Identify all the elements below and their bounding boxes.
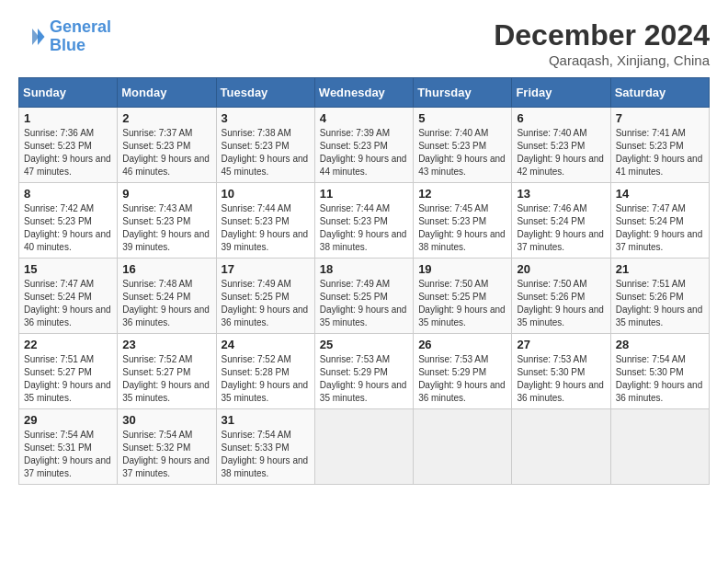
day-number: 15 xyxy=(24,262,112,276)
calendar-cell: 24 Sunrise: 7:52 AMSunset: 5:28 PMDaylig… xyxy=(216,334,314,409)
day-number: 2 xyxy=(122,111,210,125)
calendar-cell: 19 Sunrise: 7:50 AMSunset: 5:25 PMDaylig… xyxy=(414,259,512,334)
day-info: Sunrise: 7:39 AMSunset: 5:23 PMDaylight:… xyxy=(320,128,407,177)
day-info: Sunrise: 7:49 AMSunset: 5:25 PMDaylight:… xyxy=(222,279,309,327)
day-number: 14 xyxy=(616,187,704,201)
day-info: Sunrise: 7:51 AMSunset: 5:26 PMDaylight:… xyxy=(616,279,703,327)
logo-line2: Blue xyxy=(50,36,85,54)
day-info: Sunrise: 7:45 AMSunset: 5:23 PMDaylight:… xyxy=(418,203,506,252)
day-number: 26 xyxy=(418,338,506,351)
calendar-cell xyxy=(414,409,512,485)
calendar-cell: 8 Sunrise: 7:42 AMSunset: 5:23 PMDayligh… xyxy=(19,183,118,259)
day-number: 4 xyxy=(320,111,408,125)
day-info: Sunrise: 7:50 AMSunset: 5:25 PMDaylight:… xyxy=(418,279,506,327)
day-number: 1 xyxy=(24,111,112,125)
day-number: 23 xyxy=(122,338,210,351)
day-info: Sunrise: 7:44 AMSunset: 5:23 PMDaylight:… xyxy=(222,203,309,252)
day-info: Sunrise: 7:50 AMSunset: 5:26 PMDaylight:… xyxy=(517,279,604,327)
logo-line1: General xyxy=(50,17,111,36)
day-number: 5 xyxy=(418,111,506,125)
calendar-week-row: 22 Sunrise: 7:51 AMSunset: 5:27 PMDaylig… xyxy=(19,334,710,409)
day-info: Sunrise: 7:40 AMSunset: 5:23 PMDaylight:… xyxy=(418,128,506,177)
day-number: 7 xyxy=(616,111,704,125)
day-info: Sunrise: 7:36 AMSunset: 5:23 PMDaylight:… xyxy=(24,128,111,177)
day-header-thursday: Thursday xyxy=(414,78,512,108)
title-block: December 2024 Qaraqash, Xinjiang, China xyxy=(494,18,710,68)
day-info: Sunrise: 7:54 AMSunset: 5:32 PMDaylight:… xyxy=(122,430,210,478)
calendar-cell: 21 Sunrise: 7:51 AMSunset: 5:26 PMDaylig… xyxy=(610,259,709,334)
day-header-tuesday: Tuesday xyxy=(216,78,314,108)
day-number: 21 xyxy=(616,262,704,276)
day-number: 12 xyxy=(418,187,506,201)
calendar-week-row: 29 Sunrise: 7:54 AMSunset: 5:31 PMDaylig… xyxy=(19,409,710,485)
day-number: 29 xyxy=(24,413,112,427)
day-number: 31 xyxy=(222,413,310,427)
day-info: Sunrise: 7:54 AMSunset: 5:31 PMDaylight:… xyxy=(24,430,111,478)
day-number: 16 xyxy=(122,262,210,276)
calendar-cell: 14 Sunrise: 7:47 AMSunset: 5:24 PMDaylig… xyxy=(610,183,709,259)
calendar-cell: 12 Sunrise: 7:45 AMSunset: 5:23 PMDaylig… xyxy=(414,183,512,259)
day-info: Sunrise: 7:43 AMSunset: 5:23 PMDaylight:… xyxy=(122,203,210,252)
day-number: 3 xyxy=(222,111,310,125)
day-number: 28 xyxy=(616,338,704,351)
calendar-cell xyxy=(512,409,610,485)
calendar-cell: 25 Sunrise: 7:53 AMSunset: 5:29 PMDaylig… xyxy=(314,334,413,409)
calendar-cell: 30 Sunrise: 7:54 AMSunset: 5:32 PMDaylig… xyxy=(118,409,216,485)
calendar-cell: 13 Sunrise: 7:46 AMSunset: 5:24 PMDaylig… xyxy=(512,183,610,259)
day-info: Sunrise: 7:53 AMSunset: 5:29 PMDaylight:… xyxy=(320,354,407,403)
day-info: Sunrise: 7:51 AMSunset: 5:27 PMDaylight:… xyxy=(24,354,111,403)
day-info: Sunrise: 7:38 AMSunset: 5:23 PMDaylight:… xyxy=(222,128,309,177)
calendar-cell: 28 Sunrise: 7:54 AMSunset: 5:30 PMDaylig… xyxy=(610,334,709,409)
calendar-cell xyxy=(314,409,413,485)
calendar-cell: 9 Sunrise: 7:43 AMSunset: 5:23 PMDayligh… xyxy=(118,183,216,259)
day-info: Sunrise: 7:54 AMSunset: 5:30 PMDaylight:… xyxy=(616,354,703,403)
calendar-cell: 16 Sunrise: 7:48 AMSunset: 5:24 PMDaylig… xyxy=(118,259,216,334)
day-header-sunday: Sunday xyxy=(19,78,118,108)
day-info: Sunrise: 7:53 AMSunset: 5:29 PMDaylight:… xyxy=(418,354,506,403)
calendar-cell xyxy=(610,409,709,485)
calendar-cell: 29 Sunrise: 7:54 AMSunset: 5:31 PMDaylig… xyxy=(19,409,118,485)
day-number: 13 xyxy=(517,187,605,201)
day-info: Sunrise: 7:49 AMSunset: 5:25 PMDaylight:… xyxy=(320,279,407,327)
day-info: Sunrise: 7:52 AMSunset: 5:27 PMDaylight:… xyxy=(122,354,210,403)
calendar-table: SundayMondayTuesdayWednesdayThursdayFrid… xyxy=(18,77,710,485)
day-header-friday: Friday xyxy=(512,78,610,108)
day-info: Sunrise: 7:37 AMSunset: 5:23 PMDaylight:… xyxy=(122,128,210,177)
calendar-cell: 20 Sunrise: 7:50 AMSunset: 5:26 PMDaylig… xyxy=(512,259,610,334)
day-info: Sunrise: 7:47 AMSunset: 5:24 PMDaylight:… xyxy=(24,279,111,327)
page-header: General Blue December 2024 Qaraqash, Xin… xyxy=(18,18,710,68)
calendar-cell: 15 Sunrise: 7:47 AMSunset: 5:24 PMDaylig… xyxy=(19,259,118,334)
day-info: Sunrise: 7:42 AMSunset: 5:23 PMDaylight:… xyxy=(24,203,111,252)
day-number: 25 xyxy=(320,338,408,351)
calendar-cell: 4 Sunrise: 7:39 AMSunset: 5:23 PMDayligh… xyxy=(314,108,413,183)
day-info: Sunrise: 7:54 AMSunset: 5:33 PMDaylight:… xyxy=(222,430,309,478)
day-number: 6 xyxy=(517,111,605,125)
calendar-body: 1 Sunrise: 7:36 AMSunset: 5:23 PMDayligh… xyxy=(19,108,710,485)
day-info: Sunrise: 7:40 AMSunset: 5:23 PMDaylight:… xyxy=(517,128,604,177)
day-header-wednesday: Wednesday xyxy=(314,78,413,108)
calendar-header-row: SundayMondayTuesdayWednesdayThursdayFrid… xyxy=(19,78,710,108)
day-info: Sunrise: 7:47 AMSunset: 5:24 PMDaylight:… xyxy=(616,203,703,252)
location-subtitle: Qaraqash, Xinjiang, China xyxy=(494,52,710,68)
calendar-cell: 23 Sunrise: 7:52 AMSunset: 5:27 PMDaylig… xyxy=(118,334,216,409)
calendar-cell: 2 Sunrise: 7:37 AMSunset: 5:23 PMDayligh… xyxy=(118,108,216,183)
day-number: 11 xyxy=(320,187,408,201)
calendar-week-row: 1 Sunrise: 7:36 AMSunset: 5:23 PMDayligh… xyxy=(19,108,710,183)
day-number: 30 xyxy=(122,413,210,427)
calendar-cell: 11 Sunrise: 7:44 AMSunset: 5:23 PMDaylig… xyxy=(314,183,413,259)
calendar-week-row: 15 Sunrise: 7:47 AMSunset: 5:24 PMDaylig… xyxy=(19,259,710,334)
calendar-cell: 10 Sunrise: 7:44 AMSunset: 5:23 PMDaylig… xyxy=(216,183,314,259)
day-header-saturday: Saturday xyxy=(610,78,709,108)
calendar-cell: 1 Sunrise: 7:36 AMSunset: 5:23 PMDayligh… xyxy=(19,108,118,183)
day-info: Sunrise: 7:44 AMSunset: 5:23 PMDaylight:… xyxy=(320,203,407,252)
logo-text: General Blue xyxy=(50,18,111,55)
day-number: 24 xyxy=(222,338,310,351)
day-number: 19 xyxy=(418,262,506,276)
day-info: Sunrise: 7:48 AMSunset: 5:24 PMDaylight:… xyxy=(122,279,210,327)
logo-icon xyxy=(18,23,46,51)
day-number: 18 xyxy=(320,262,408,276)
day-number: 9 xyxy=(122,187,210,201)
day-info: Sunrise: 7:46 AMSunset: 5:24 PMDaylight:… xyxy=(517,203,604,252)
calendar-cell: 7 Sunrise: 7:41 AMSunset: 5:23 PMDayligh… xyxy=(610,108,709,183)
day-number: 17 xyxy=(222,262,310,276)
